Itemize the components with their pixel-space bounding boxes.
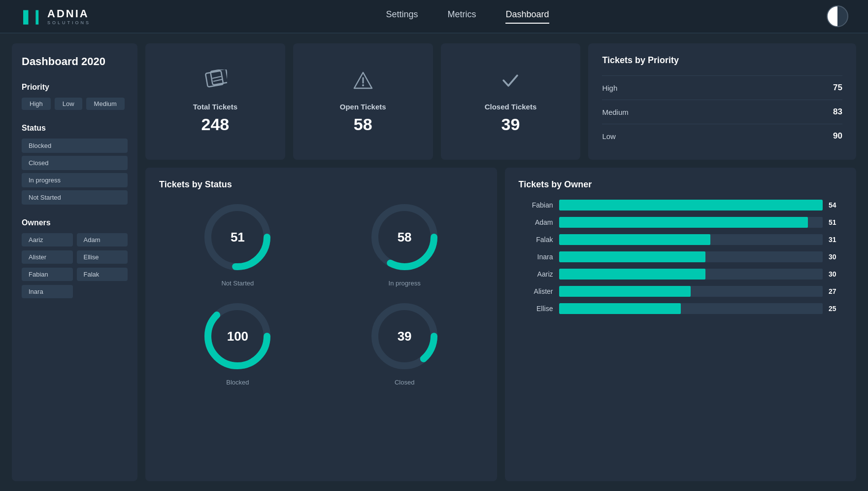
- owner-bar-bg: [559, 269, 823, 280]
- donut-blocked-value: 100: [227, 329, 248, 344]
- owner-aariz[interactable]: Aariz: [22, 233, 73, 246]
- owner-bar-fill: [559, 269, 706, 280]
- owner-bar-value: 25: [829, 305, 842, 313]
- donut-closed-label: Closed: [395, 379, 414, 386]
- owner-bar-name: Alister: [519, 287, 553, 295]
- nav-dashboard[interactable]: Dashboard: [505, 9, 549, 24]
- owner-bar-row: Inara 30: [519, 251, 843, 262]
- owner-falak[interactable]: Falak: [77, 268, 128, 281]
- priority-tag-medium[interactable]: Medium: [86, 98, 125, 110]
- owner-bar-name: Inara: [519, 253, 553, 261]
- sidebar: Dashboard 2020 Priority High Low Medium …: [12, 43, 137, 481]
- owner-bar-bg: [559, 251, 823, 262]
- owner-bar-value: 51: [829, 218, 842, 226]
- status-list: Blocked Closed In progress Not Started: [22, 139, 128, 205]
- owner-bar-name: Fabian: [519, 201, 553, 209]
- status-card-title: Tickets by Status: [159, 179, 483, 190]
- donut-closed-value: 39: [398, 329, 412, 344]
- logo-icon: ❚❙: [20, 8, 42, 25]
- donut-not-started-chart: 51: [198, 198, 277, 277]
- donut-blocked-label: Blocked: [226, 379, 249, 386]
- donut-closed-chart: 39: [365, 297, 444, 376]
- logo-title: ADNIA: [47, 7, 91, 20]
- owner-bar-fill: [559, 251, 706, 262]
- owner-bar-row: Falak 31: [519, 234, 843, 245]
- svg-line-2: [212, 76, 221, 78]
- priority-medium-row: Medium 83: [602, 100, 842, 124]
- owner-bar-row: Alister 27: [519, 286, 843, 297]
- nav-metrics[interactable]: Metrics: [447, 9, 476, 24]
- owner-ellise[interactable]: Ellise: [77, 250, 128, 264]
- donut-in-progress-chart: 58: [365, 198, 444, 277]
- owner-bar-fill: [559, 217, 808, 228]
- open-tickets-icon: [352, 70, 374, 96]
- owners-label: Owners: [22, 218, 128, 227]
- logo-area: ❚❙ ADNIA SOLUTIONS: [20, 7, 108, 25]
- svg-line-3: [213, 79, 222, 81]
- total-tickets-icon: [203, 70, 227, 96]
- bottom-row: Tickets by Status 51: [145, 168, 856, 481]
- theme-toggle-button[interactable]: [827, 5, 848, 27]
- status-blocked[interactable]: Blocked: [22, 139, 128, 153]
- right-panel: Total Tickets 248 Open Tickets 58: [145, 43, 856, 481]
- owner-bar-value: 30: [829, 253, 842, 261]
- owner-bar-name: Aariz: [519, 270, 553, 278]
- owner-bar-fill: [559, 286, 691, 297]
- priority-high-value: 75: [833, 83, 842, 93]
- total-tickets-value: 248: [201, 115, 230, 134]
- owner-bar-value: 30: [829, 270, 842, 278]
- owner-inara[interactable]: Inara: [22, 285, 73, 298]
- donut-blocked: 100 Blocked: [159, 297, 316, 386]
- owner-bar-bg: [559, 200, 823, 210]
- priority-high-name: High: [602, 84, 617, 92]
- priority-label: Priority: [22, 83, 128, 92]
- donut-not-started: 51 Not Started: [159, 198, 316, 287]
- owner-card-title: Tickets by Owner: [519, 179, 843, 190]
- open-tickets-label: Open Tickets: [340, 103, 386, 111]
- priority-tag-low[interactable]: Low: [55, 98, 82, 110]
- status-notstarted[interactable]: Not Started: [22, 190, 128, 205]
- owner-bar-bg: [559, 286, 823, 297]
- status-inprogress[interactable]: In progress: [22, 173, 128, 187]
- donut-in-progress-label: In progress: [389, 280, 421, 287]
- priority-card-title: Tickets by Priority: [602, 55, 842, 66]
- stat-closed-tickets: Closed Tickets 39: [441, 43, 581, 160]
- logo-subtitle: SOLUTIONS: [47, 20, 91, 25]
- owner-fabian[interactable]: Fabian: [22, 268, 73, 281]
- owner-alister[interactable]: Alister: [22, 250, 73, 264]
- owner-bar-row: Ellise 25: [519, 303, 843, 314]
- nav-links: Settings Metrics Dashboard: [108, 9, 827, 24]
- priority-low-row: Low 90: [602, 124, 842, 148]
- owner-bar-row: Aariz 30: [519, 269, 843, 280]
- donut-blocked-chart: 100: [198, 297, 277, 376]
- owner-bar-bg: [559, 234, 823, 245]
- owner-bar-name: Ellise: [519, 305, 553, 313]
- donut-not-started-label: Not Started: [221, 280, 254, 287]
- donut-in-progress: 58 In progress: [326, 198, 483, 287]
- owner-adam[interactable]: Adam: [77, 233, 128, 246]
- owners-grid: Aariz Adam Alister Ellise Fabian Falak I…: [22, 233, 128, 298]
- owner-bar-fill: [559, 303, 681, 314]
- status-label: Status: [22, 124, 128, 133]
- nav-settings[interactable]: Settings: [386, 9, 418, 24]
- priority-low-value: 90: [833, 131, 842, 141]
- sidebar-title: Dashboard 2020: [22, 55, 128, 68]
- stats-row: Total Tickets 248 Open Tickets 58: [145, 43, 856, 160]
- owner-bar-row: Fabian 54: [519, 200, 843, 210]
- main-content: Dashboard 2020 Priority High Low Medium …: [0, 34, 868, 491]
- priority-card: Tickets by Priority High 75 Medium 83 Lo…: [588, 43, 856, 160]
- status-closed[interactable]: Closed: [22, 156, 128, 170]
- owner-bar-value: 31: [829, 236, 842, 244]
- owner-bar-fill: [559, 234, 710, 245]
- total-tickets-label: Total Tickets: [193, 103, 237, 111]
- logo-text: ADNIA SOLUTIONS: [47, 7, 91, 25]
- owner-bar-bg: [559, 217, 823, 228]
- donut-not-started-value: 51: [231, 230, 245, 245]
- owner-bar-row: Adam 51: [519, 217, 843, 228]
- priority-medium-name: Medium: [602, 108, 628, 116]
- tickets-by-owner-card: Tickets by Owner Fabian 54 Adam 51 Falak…: [505, 168, 857, 481]
- priority-tag-high[interactable]: High: [22, 98, 51, 110]
- closed-tickets-label: Closed Tickets: [485, 103, 537, 111]
- priority-tags: High Low Medium: [22, 98, 128, 110]
- owner-bar-value: 27: [829, 287, 842, 295]
